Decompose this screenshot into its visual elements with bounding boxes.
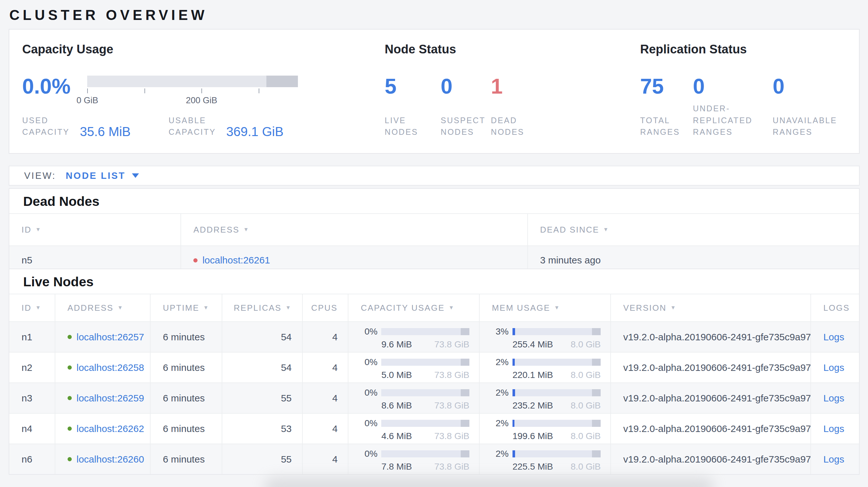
live-column-header-id[interactable]: ID▼ bbox=[9, 294, 55, 321]
dead-node-dot-icon bbox=[193, 258, 197, 262]
capacity-usage-bar-other-segment bbox=[461, 450, 469, 457]
mem-usage: 2%199.6 MiB8.0 GiB bbox=[479, 414, 610, 444]
mem-usage-bar-other-segment bbox=[592, 450, 601, 457]
sort-desc-icon: ▼ bbox=[35, 226, 41, 233]
live-column-header-address[interactable]: ADDRESS▼ bbox=[55, 294, 150, 321]
mem-usage-percent: 3% bbox=[492, 326, 509, 337]
view-dropdown[interactable]: NODE LIST bbox=[66, 170, 139, 181]
live-node-id-cell: n6 bbox=[9, 444, 55, 474]
suspect-nodes-stat: 0 SUSPECT NODES bbox=[441, 75, 491, 138]
uptime-cell: 6 minutes bbox=[150, 444, 222, 474]
live-column-header-logs: LOGS bbox=[810, 294, 859, 321]
live-node-row: n3localhost:262596 minutes5540%8.6 MiB73… bbox=[9, 383, 859, 413]
total-ranges-count: 75 bbox=[640, 75, 693, 97]
cluster-summary-card: Capacity Usage 0.0% 0 GiB200 GiB bbox=[9, 29, 860, 154]
version-cell: v19.2.0-alpha.20190606-2491-gfe735c9a97 bbox=[610, 444, 810, 474]
used-capacity-stat: USED CAPACITY 35.6 MiB bbox=[22, 115, 131, 138]
dead-column-header-dead-since[interactable]: DEAD SINCE▼ bbox=[527, 214, 859, 246]
node-id: n3 bbox=[22, 393, 32, 404]
capacity-usage-total-value: 73.8 GiB bbox=[434, 400, 469, 411]
used-capacity-value: 35.6 MiB bbox=[80, 125, 131, 139]
dead-since-value: 3 minutes ago bbox=[540, 255, 601, 266]
view-selected-value: NODE LIST bbox=[66, 170, 125, 181]
replicas-cell: 54 bbox=[222, 322, 302, 352]
cluster-overview-page: CLUSTER OVERVIEW Capacity Usage 0.0% 0 G… bbox=[0, 0, 868, 487]
under-replicated-ranges-count: 0 bbox=[693, 75, 773, 97]
live-column-header-capacity-usage[interactable]: CAPACITY USAGE▼ bbox=[348, 294, 479, 321]
capacity-usage: 0%5.0 MiB73.8 GiB bbox=[348, 353, 479, 383]
live-column-header-cpus: CPUS bbox=[302, 294, 348, 321]
node-address-link[interactable]: localhost:26258 bbox=[76, 362, 144, 373]
live-node-dot-icon bbox=[68, 365, 72, 369]
capacity-usage: 0%4.6 MiB73.8 GiB bbox=[348, 414, 479, 444]
cpus-cell: 4 bbox=[302, 414, 348, 444]
capacity-usage: 0%7.8 MiB73.8 GiB bbox=[348, 444, 479, 474]
logs-link[interactable]: Logs bbox=[823, 393, 844, 404]
mem-usage-bar-row: 2% bbox=[492, 357, 610, 367]
live-node-dot-icon bbox=[68, 396, 72, 400]
live-column-header-version[interactable]: VERSION▼ bbox=[610, 294, 810, 321]
replication-status-title: Replication Status bbox=[640, 42, 846, 56]
replicas-cell: 55 bbox=[222, 383, 302, 413]
dead-nodes-table-header: ID▼ADDRESS▼DEAD SINCE▼ bbox=[9, 214, 859, 246]
axis-tick-label: 200 GiB bbox=[186, 96, 217, 105]
live-column-header-mem-usage[interactable]: MEM USAGE▼ bbox=[479, 294, 610, 321]
live-column-header-uptime[interactable]: UPTIME▼ bbox=[150, 294, 222, 321]
logs-cell: Logs bbox=[810, 444, 859, 474]
capacity-bar-nonusable-segment bbox=[267, 75, 298, 87]
node-address-link[interactable]: localhost:26259 bbox=[76, 393, 144, 404]
live-node-address-cell: localhost:26259 bbox=[55, 383, 150, 413]
logs-link[interactable]: Logs bbox=[823, 362, 844, 373]
live-node-address-cell: localhost:26257 bbox=[55, 322, 150, 352]
usable-capacity-label: USABLE CAPACITY bbox=[168, 115, 216, 138]
mem-usage-used-value: 199.6 MiB bbox=[513, 431, 553, 441]
view-label: VIEW: bbox=[24, 170, 56, 181]
node-id: n2 bbox=[22, 362, 32, 373]
mem-usage-total-value: 8.0 GiB bbox=[571, 370, 601, 380]
live-node-row: n2localhost:262586 minutes5440%5.0 MiB73… bbox=[9, 352, 859, 383]
live-column-header-replicas[interactable]: REPLICAS▼ bbox=[222, 294, 302, 321]
node-address-link[interactable]: localhost:26257 bbox=[76, 332, 144, 343]
live-node-row: n6localhost:262606 minutes5540%7.8 MiB73… bbox=[9, 444, 859, 474]
dead-column-header-id[interactable]: ID▼ bbox=[9, 214, 181, 246]
version-cell: v19.2.0-alpha.20190606-2491-gfe735c9a97 bbox=[610, 383, 810, 413]
dead-column-header-address[interactable]: ADDRESS▼ bbox=[181, 214, 527, 246]
capacity-usage-bar-track bbox=[381, 359, 469, 366]
node-address-link[interactable]: localhost:26262 bbox=[76, 423, 144, 434]
version-cell: v19.2.0-alpha.20190606-2491-gfe735c9a97 bbox=[610, 353, 810, 383]
live-node-id-cell: n1 bbox=[9, 322, 55, 352]
live-node-address-cell: localhost:26262 bbox=[55, 414, 150, 444]
axis-tick bbox=[202, 89, 202, 93]
uptime-cell: 6 minutes bbox=[150, 383, 222, 413]
logs-cell: Logs bbox=[810, 322, 859, 352]
logs-link[interactable]: Logs bbox=[823, 454, 844, 465]
capacity-usage-total-value: 73.8 GiB bbox=[434, 431, 469, 441]
logs-cell: Logs bbox=[810, 414, 859, 444]
live-nodes-label: LIVE NODES bbox=[385, 115, 441, 138]
live-node-row: n1localhost:262576 minutes5440%9.6 MiB73… bbox=[9, 321, 859, 352]
column-header-label: REPLICAS bbox=[234, 303, 282, 313]
total-ranges-stat: 75 TOTAL RANGES bbox=[640, 75, 693, 138]
sort-desc-icon: ▼ bbox=[603, 226, 609, 233]
column-header-label: DEAD SINCE bbox=[540, 225, 599, 235]
column-header-label: ADDRESS bbox=[193, 225, 239, 235]
capacity-usage-total-value: 73.8 GiB bbox=[434, 370, 469, 380]
node-address-link[interactable]: localhost:26261 bbox=[203, 255, 270, 266]
uptime-cell: 6 minutes bbox=[150, 353, 222, 383]
mem-usage: 2%235.2 MiB8.0 GiB bbox=[479, 383, 610, 413]
logs-link[interactable]: Logs bbox=[823, 332, 844, 343]
logs-link[interactable]: Logs bbox=[823, 423, 844, 434]
capacity-usage-values: 7.8 MiB73.8 GiB bbox=[381, 462, 469, 472]
capacity-usage: 0%8.6 MiB73.8 GiB bbox=[348, 383, 479, 413]
capacity-usage-bar-track bbox=[381, 450, 469, 457]
logs-cell: Logs bbox=[810, 353, 859, 383]
cpus-cell: 4 bbox=[302, 383, 348, 413]
node-address-link[interactable]: localhost:26260 bbox=[76, 454, 144, 465]
node-status-panel: Node Status 5 LIVE NODES 0 SUSPECT NODES… bbox=[385, 42, 640, 138]
sort-desc-icon: ▼ bbox=[285, 304, 291, 311]
capacity-usage-bar-track bbox=[381, 389, 469, 396]
capacity-usage-used-value: 9.6 MiB bbox=[381, 339, 412, 350]
mem-usage-values: 235.2 MiB8.0 GiB bbox=[513, 400, 601, 411]
live-node-row: n4localhost:262626 minutes5340%4.6 MiB73… bbox=[9, 413, 859, 444]
live-nodes-count: 5 bbox=[385, 75, 441, 97]
